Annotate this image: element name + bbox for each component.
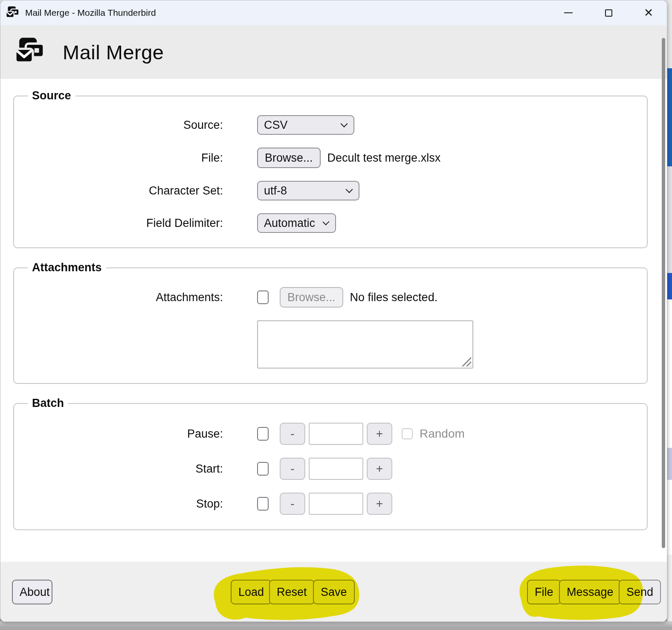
attachments-section: Attachments Attachments: Browse... No fi… bbox=[13, 261, 648, 384]
vertical-scrollbar[interactable] bbox=[662, 38, 665, 548]
source-label: Source: bbox=[22, 119, 257, 132]
pause-input[interactable] bbox=[309, 423, 363, 445]
maximize-icon bbox=[605, 9, 612, 17]
batch-row-pause: Pause: - + Random bbox=[22, 423, 638, 445]
desktop-background-right-strip bbox=[667, 0, 672, 630]
attachments-row: Attachments: Browse... No files selected… bbox=[22, 287, 638, 308]
maximize-button[interactable] bbox=[602, 6, 615, 19]
charset-select[interactable]: utf-8 bbox=[257, 181, 359, 200]
bg-segment bbox=[667, 68, 672, 166]
footer-bar: About Load Reset Save File Message Send bbox=[0, 562, 667, 621]
file-browse-button[interactable]: Browse... bbox=[257, 148, 321, 168]
save-button[interactable]: Save bbox=[313, 580, 355, 604]
stop-increment-button[interactable]: + bbox=[367, 493, 392, 515]
source-select[interactable]: CSV bbox=[257, 115, 354, 135]
spacer bbox=[22, 320, 257, 369]
dialog-content: Source Source: CSV File: Browse... Decul… bbox=[0, 79, 667, 530]
pause-checkbox[interactable] bbox=[257, 427, 269, 441]
source-legend: Source bbox=[28, 89, 75, 102]
random-label: Random bbox=[420, 427, 465, 441]
titlebar: Mail Merge - Mozilla Thunderbird ✕ bbox=[0, 0, 667, 25]
source-row: Source: CSV bbox=[22, 115, 638, 135]
bg-segment bbox=[667, 555, 672, 623]
attachments-label: Attachments: bbox=[22, 291, 257, 304]
chevron-down-icon bbox=[322, 218, 329, 225]
page-title: Mail Merge bbox=[63, 41, 164, 64]
pause-controls: - + Random bbox=[257, 423, 465, 445]
stop-controls: - + bbox=[257, 493, 392, 515]
close-button[interactable]: ✕ bbox=[642, 6, 655, 19]
batch-legend: Batch bbox=[28, 397, 68, 410]
bg-segment bbox=[667, 480, 672, 555]
charset-label: Character Set: bbox=[22, 184, 257, 197]
delimiter-select[interactable]: Automatic bbox=[257, 213, 336, 233]
bg-segment bbox=[667, 448, 672, 480]
attachments-checkbox[interactable] bbox=[257, 290, 269, 304]
charset-select-value: utf-8 bbox=[264, 184, 287, 197]
mail-merge-window: Mail Merge - Mozilla Thunderbird ✕ Mail … bbox=[0, 0, 667, 622]
attachments-textarea[interactable] bbox=[257, 320, 473, 369]
delimiter-label: Field Delimiter: bbox=[22, 217, 257, 230]
delimiter-select-value: Automatic bbox=[264, 217, 315, 230]
chevron-down-icon bbox=[341, 120, 348, 128]
file-button[interactable]: File bbox=[527, 580, 561, 604]
attachments-status: No files selected. bbox=[350, 291, 438, 304]
bg-segment bbox=[667, 0, 672, 68]
message-button[interactable]: Message bbox=[559, 580, 621, 604]
bg-segment bbox=[667, 273, 672, 299]
pause-increment-button[interactable]: + bbox=[367, 423, 392, 445]
file-label: File: bbox=[22, 151, 257, 165]
desktop-background-bottom bbox=[0, 621, 672, 630]
reset-button[interactable]: Reset bbox=[269, 580, 315, 604]
load-button[interactable]: Load bbox=[231, 580, 272, 604]
window-title: Mail Merge - Mozilla Thunderbird bbox=[25, 8, 156, 18]
window-controls: ✕ bbox=[562, 0, 655, 25]
stop-decrement-button[interactable]: - bbox=[280, 493, 305, 515]
charset-row: Character Set: utf-8 bbox=[22, 181, 638, 200]
mail-merge-header-icon bbox=[13, 36, 47, 68]
header-band: Mail Merge bbox=[0, 25, 667, 79]
source-section: Source Source: CSV File: Browse... Decul… bbox=[13, 89, 648, 248]
pause-decrement-button[interactable]: - bbox=[280, 423, 305, 445]
stop-checkbox[interactable] bbox=[257, 497, 269, 511]
attachments-textarea-row bbox=[22, 320, 638, 369]
stop-label: Stop: bbox=[22, 497, 257, 511]
mail-merge-app-icon bbox=[6, 6, 20, 20]
stop-input[interactable] bbox=[309, 493, 363, 515]
close-icon: ✕ bbox=[644, 7, 654, 19]
chevron-down-icon bbox=[346, 186, 353, 193]
start-increment-button[interactable]: + bbox=[367, 458, 392, 480]
bg-segment bbox=[667, 299, 672, 448]
about-button[interactable]: About bbox=[12, 580, 52, 604]
attachments-browse-button[interactable]: Browse... bbox=[280, 287, 343, 308]
start-decrement-button[interactable]: - bbox=[280, 458, 305, 480]
file-row: File: Browse... Decult test merge.xlsx bbox=[22, 148, 638, 168]
start-checkbox[interactable] bbox=[257, 462, 269, 476]
send-button[interactable]: Send bbox=[619, 580, 661, 604]
batch-row-stop: Stop: - + bbox=[22, 493, 638, 515]
minimize-icon bbox=[564, 12, 573, 13]
batch-row-start: Start: - + bbox=[22, 458, 638, 480]
start-input[interactable] bbox=[309, 458, 363, 480]
bg-segment bbox=[667, 166, 672, 273]
selected-file-name: Decult test merge.xlsx bbox=[327, 151, 441, 165]
minimize-button[interactable] bbox=[562, 6, 575, 19]
source-select-value: CSV bbox=[264, 119, 288, 132]
attachments-legend: Attachments bbox=[28, 261, 106, 274]
random-checkbox[interactable] bbox=[402, 428, 413, 439]
delimiter-row: Field Delimiter: Automatic bbox=[22, 213, 638, 233]
resize-handle-icon[interactable] bbox=[460, 355, 471, 366]
batch-section: Batch Pause: - + Random Start: bbox=[13, 397, 648, 530]
pause-label: Pause: bbox=[22, 427, 257, 441]
start-label: Start: bbox=[22, 462, 257, 476]
start-controls: - + bbox=[257, 458, 392, 480]
random-option: Random bbox=[402, 427, 465, 441]
